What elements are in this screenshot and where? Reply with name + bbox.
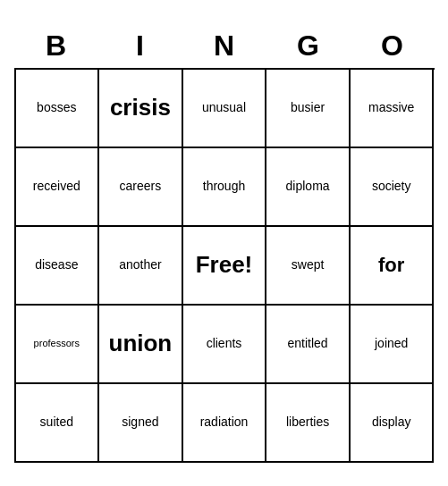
bingo-cell: massive — [351, 70, 435, 148]
bingo-cell: busier — [266, 70, 351, 148]
cell-label: received — [33, 178, 80, 194]
cell-label: for — [378, 254, 404, 277]
bingo-cell: signed — [99, 384, 183, 463]
bingo-cell: bosses — [16, 70, 100, 148]
bingo-cell: display — [351, 384, 435, 463]
cell-label: Free! — [196, 251, 253, 279]
bingo-cell: society — [351, 148, 435, 227]
bingo-cell: through — [183, 148, 267, 227]
bingo-cell: crisis — [99, 70, 183, 148]
header-letter: N — [182, 24, 266, 68]
cell-label: another — [119, 256, 161, 272]
cell-label: clients — [207, 335, 242, 351]
bingo-cell: liberties — [266, 384, 351, 463]
bingo-cell: joined — [351, 306, 435, 384]
bingo-grid: bossescrisisunusualbusiermassivereceived… — [14, 68, 435, 463]
bingo-cell: entitled — [266, 306, 351, 384]
header-letter: B — [14, 24, 98, 68]
bingo-cell: disease — [16, 227, 100, 306]
cell-label: radiation — [200, 414, 249, 430]
cell-label: disease — [35, 256, 78, 272]
bingo-cell: clients — [183, 306, 267, 384]
bingo-header: BINGO — [14, 24, 435, 68]
cell-label: bosses — [37, 99, 76, 115]
bingo-cell: diploma — [266, 148, 351, 227]
cell-label: careers — [120, 178, 162, 194]
bingo-cell: suited — [16, 384, 100, 463]
header-letter: I — [98, 24, 182, 68]
cell-label: society — [372, 178, 411, 194]
bingo-cell: professors — [16, 306, 100, 384]
bingo-cell: careers — [99, 148, 183, 227]
bingo-cell: for — [351, 227, 435, 306]
bingo-cell: union — [99, 306, 183, 384]
bingo-cell: received — [16, 148, 100, 227]
bingo-cell: another — [99, 227, 183, 306]
cell-label: crisis — [110, 94, 171, 122]
cell-label: professors — [34, 337, 80, 349]
cell-label: liberties — [286, 414, 329, 430]
cell-label: suited — [40, 414, 73, 430]
header-letter: O — [351, 24, 435, 68]
cell-label: massive — [368, 99, 414, 115]
cell-label: display — [372, 414, 411, 430]
cell-label: unusual — [202, 99, 246, 115]
bingo-cell: unusual — [183, 70, 267, 148]
bingo-cell: radiation — [183, 384, 267, 463]
cell-label: entitled — [288, 335, 328, 351]
cell-label: busier — [291, 99, 325, 115]
cell-label: diploma — [286, 178, 330, 194]
bingo-card: BINGO bossescrisisunusualbusiermassivere… — [14, 24, 435, 463]
cell-label: swept — [292, 256, 325, 272]
cell-label: union — [109, 330, 173, 357]
bingo-cell: swept — [266, 227, 351, 306]
cell-label: signed — [122, 414, 158, 430]
bingo-cell: Free! — [183, 227, 267, 306]
header-letter: G — [266, 24, 351, 68]
cell-label: joined — [375, 335, 408, 351]
cell-label: through — [203, 178, 245, 194]
